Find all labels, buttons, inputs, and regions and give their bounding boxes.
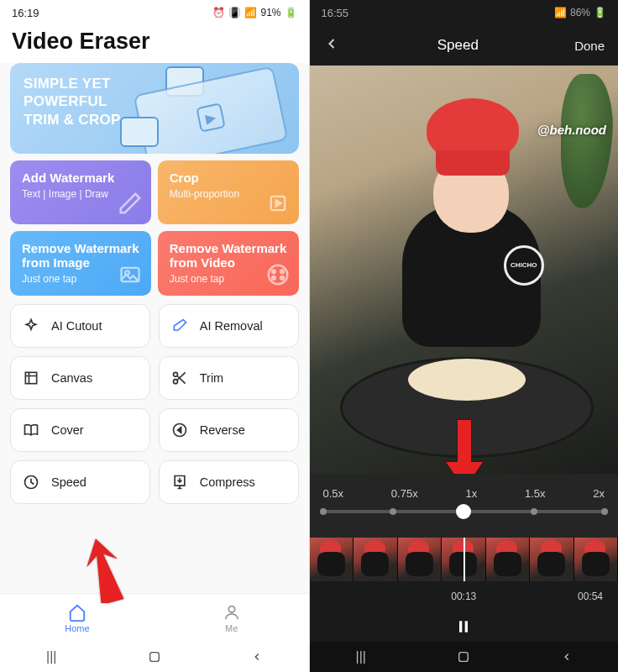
feature-title: Add Watermark <box>22 171 139 185</box>
nav-label: Home <box>65 623 89 633</box>
back-button[interactable] <box>546 651 588 663</box>
home-screen: 16:19 ⏰ 📳 📶 91% 🔋 Video Eraser SIMPLE YE… <box>0 0 310 672</box>
tool-speed[interactable]: Speed <box>10 460 150 504</box>
dough-shape <box>408 359 526 401</box>
tool-ai-removal[interactable]: AI Removal <box>159 304 299 348</box>
bottom-nav: Home Me <box>0 593 309 642</box>
time-display: 00:13 00:54 <box>310 581 619 612</box>
speed-label: 2x <box>593 487 605 500</box>
android-nav: ||| <box>310 642 619 672</box>
speed-tick <box>601 508 608 515</box>
video-preview[interactable]: CHICHO @beh.nood <box>310 66 619 474</box>
recents-button[interactable]: ||| <box>340 649 382 664</box>
nav-home[interactable]: Home <box>0 594 154 642</box>
status-time: 16:19 <box>12 7 39 19</box>
tool-ai-cutout[interactable]: AI Cutout <box>10 304 150 348</box>
home-button[interactable] <box>443 650 484 664</box>
tool-trim[interactable]: Trim <box>159 356 299 400</box>
shirt-logo: CHICHO <box>504 245 544 286</box>
home-icon <box>68 603 86 622</box>
feature-grid: Add Watermark Text | Image | Draw Crop M… <box>0 160 309 304</box>
title-bar: Video Eraser <box>0 25 309 63</box>
pause-button[interactable] <box>453 616 474 638</box>
hero-decoration <box>120 117 159 147</box>
tool-label: Reverse <box>200 423 245 437</box>
speed-editor-screen: 16:55 📶 86% 🔋 Speed Done CHICHO @beh.noo… <box>310 0 619 672</box>
android-nav: ||| <box>0 642 309 672</box>
speed-tick <box>531 508 537 515</box>
battery-icon: 🔋 <box>285 7 297 18</box>
hero-banner[interactable]: SIMPLE YET POWERFUL TRIM & CROP ▶ <box>10 63 299 154</box>
tool-cover[interactable]: Cover <box>10 408 150 452</box>
svg-rect-8 <box>25 372 36 383</box>
speed-icon <box>23 474 39 491</box>
user-icon <box>223 603 241 622</box>
tool-grid: AI Cutout AI Removal Canvas Trim Cover R… <box>0 304 309 514</box>
nav-label: Me <box>225 623 238 633</box>
tool-compress[interactable]: Compress <box>159 460 299 504</box>
status-time: 16:55 <box>322 7 349 19</box>
svg-rect-17 <box>459 653 469 662</box>
signal-icon: 📶 <box>554 7 567 18</box>
editor-header: Speed Done <box>310 25 619 66</box>
feature-crop[interactable]: Crop Multi-proportion <box>158 160 299 224</box>
canvas-icon <box>23 370 39 386</box>
done-button[interactable]: Done <box>574 39 605 53</box>
svg-rect-14 <box>149 653 159 662</box>
timeline-frame <box>310 538 354 581</box>
video-timeline[interactable] <box>310 538 619 581</box>
tool-label: Canvas <box>51 371 92 385</box>
speed-label: 0.5x <box>323 487 344 500</box>
battery-icon: 🔋 <box>594 7 606 18</box>
crop-icon <box>265 191 291 216</box>
speed-label: 1x <box>465 487 477 500</box>
nav-me[interactable]: Me <box>154 594 309 642</box>
alarm-icon: ⏰ <box>212 7 225 18</box>
speed-slider[interactable] <box>323 510 605 513</box>
svg-point-7 <box>280 276 284 280</box>
tool-reverse[interactable]: Reverse <box>159 408 299 452</box>
feature-add-watermark[interactable]: Add Watermark Text | Image | Draw <box>10 160 151 224</box>
tool-canvas[interactable]: Canvas <box>10 356 150 400</box>
compress-icon <box>171 474 188 491</box>
speed-tick <box>390 508 396 515</box>
total-time: 00:54 <box>578 591 603 602</box>
feature-remove-watermark-image[interactable]: Remove Watermark from Image Just one tap <box>10 231 151 296</box>
svg-rect-15 <box>459 621 462 632</box>
playback-controls <box>310 612 619 642</box>
feature-title: Crop <box>170 171 287 185</box>
back-button[interactable] <box>323 35 342 55</box>
status-icons: 📶 86% 🔋 <box>554 7 606 18</box>
film-icon <box>265 262 291 287</box>
tool-label: AI Cutout <box>51 319 102 333</box>
wifi-icon: 📶 <box>244 7 257 18</box>
playhead[interactable] <box>464 538 465 581</box>
tool-label: AI Removal <box>200 319 263 333</box>
back-button[interactable] <box>236 651 278 663</box>
tool-label: Compress <box>200 475 255 489</box>
image-icon <box>118 262 143 287</box>
status-bar: 16:55 📶 86% 🔋 <box>310 0 619 25</box>
home-button[interactable] <box>134 650 175 664</box>
page-title: Speed <box>437 37 479 54</box>
tool-label: Trim <box>200 371 223 385</box>
pause-icon <box>455 618 472 635</box>
speed-slider-panel: 0.5x 0.75x 1x 1.5x 2x <box>310 474 619 538</box>
timeline-frame <box>486 538 531 581</box>
speed-label: 0.75x <box>391 487 418 500</box>
battery-text: 91% <box>260 7 280 18</box>
vibrate-icon: 📳 <box>228 7 241 18</box>
timeline-frame <box>530 538 574 581</box>
timeline-frame <box>354 538 398 581</box>
speed-label: 1.5x <box>525 487 546 500</box>
reverse-icon <box>171 422 188 438</box>
battery-text: 86% <box>570 7 590 18</box>
video-watermark: @beh.nood <box>537 123 606 137</box>
timeline-frame <box>574 538 619 581</box>
chef-hat-shape <box>427 98 519 162</box>
recents-button[interactable]: ||| <box>30 649 72 664</box>
speed-labels: 0.5x 0.75x 1x 1.5x 2x <box>323 487 605 500</box>
speed-handle[interactable] <box>456 504 471 519</box>
scissors-icon <box>171 370 188 386</box>
feature-remove-watermark-video[interactable]: Remove Watermark from Video Just one tap <box>158 231 299 296</box>
